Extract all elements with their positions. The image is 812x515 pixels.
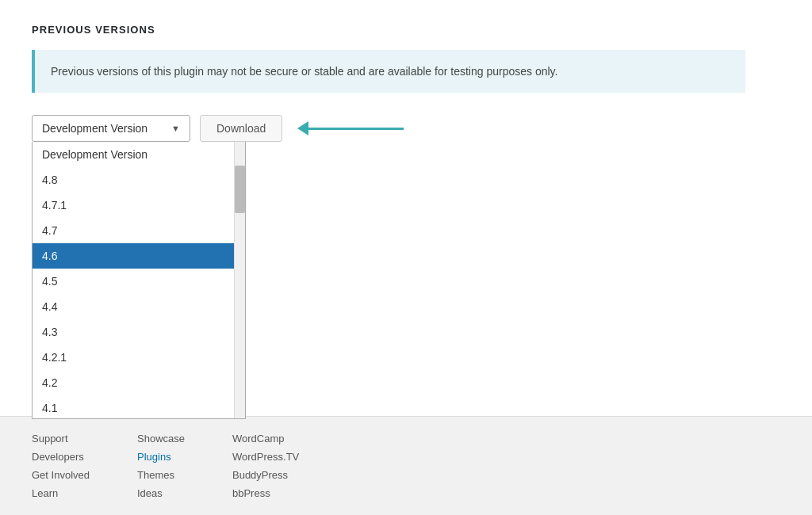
- arrow-line-icon: [308, 128, 404, 130]
- scrollbar-track[interactable]: [234, 142, 245, 418]
- page-wrapper: PREVIOUS VERSIONS Previous versions of t…: [0, 0, 812, 515]
- notice-box: Previous versions of this plugin may not…: [32, 50, 745, 93]
- dropdown-arrow-icon: ▼: [171, 124, 180, 133]
- dropdown-container: Development Version ▼ Development Versio…: [32, 115, 190, 142]
- controls-row: Development Version ▼ Development Versio…: [32, 115, 780, 142]
- footer-col-3: WordCamp WordPress.TV BuddyPress bbPress: [232, 433, 299, 499]
- footer-link-get-involved[interactable]: Get Involved: [32, 469, 90, 481]
- main-content: PREVIOUS VERSIONS Previous versions of t…: [0, 0, 812, 142]
- version-select-display[interactable]: Development Version ▼: [32, 115, 190, 142]
- footer-link-themes[interactable]: Themes: [137, 469, 185, 481]
- footer-link-support[interactable]: Support: [32, 433, 90, 444]
- dropdown-items: Development Version 4.8 4.7.1 4.7 4.6 4.…: [33, 142, 234, 418]
- scrollbar-thumb[interactable]: [235, 166, 245, 213]
- arrow-head-icon: [297, 121, 308, 135]
- list-item[interactable]: 4.4: [33, 294, 234, 319]
- footer-link-showcase[interactable]: Showcase: [137, 433, 185, 444]
- footer-link-buddypress[interactable]: BuddyPress: [232, 469, 299, 481]
- list-item[interactable]: 4.7: [33, 218, 234, 243]
- section-title: PREVIOUS VERSIONS: [32, 24, 780, 36]
- list-item[interactable]: 4.1: [33, 395, 234, 418]
- list-item[interactable]: 4.3: [33, 319, 234, 345]
- footer-link-ideas[interactable]: Ideas: [137, 487, 185, 499]
- footer-link-learn[interactable]: Learn: [32, 487, 90, 499]
- arrow-annotation: [298, 121, 404, 135]
- download-button[interactable]: Download: [200, 115, 282, 142]
- dropdown-list: Development Version 4.8 4.7.1 4.7 4.6 4.…: [32, 142, 246, 419]
- footer-col-1: Support Developers Get Involved Learn: [32, 433, 90, 499]
- list-item[interactable]: 4.7.1: [33, 193, 234, 218]
- notice-text: Previous versions of this plugin may not…: [51, 65, 557, 78]
- footer-link-wordcamp[interactable]: WordCamp: [232, 433, 299, 444]
- list-item[interactable]: 4.5: [33, 269, 234, 294]
- footer-link-plugins[interactable]: Plugins: [137, 451, 185, 463]
- list-item[interactable]: Development Version: [33, 142, 234, 167]
- selected-version-label: Development Version: [42, 122, 165, 135]
- footer-link-wordpress-tv[interactable]: WordPress.TV: [232, 451, 299, 463]
- footer-col-2: Showcase Plugins Themes Ideas: [137, 433, 185, 499]
- footer-link-developers[interactable]: Developers: [32, 451, 90, 463]
- list-item[interactable]: 4.8: [33, 167, 234, 193]
- list-item[interactable]: 4.2: [33, 370, 234, 395]
- footer: Support Developers Get Involved Learn Sh…: [0, 416, 812, 515]
- list-item-selected[interactable]: 4.6: [33, 243, 234, 269]
- list-item[interactable]: 4.2.1: [33, 345, 234, 370]
- footer-link-bbpress[interactable]: bbPress: [232, 487, 299, 499]
